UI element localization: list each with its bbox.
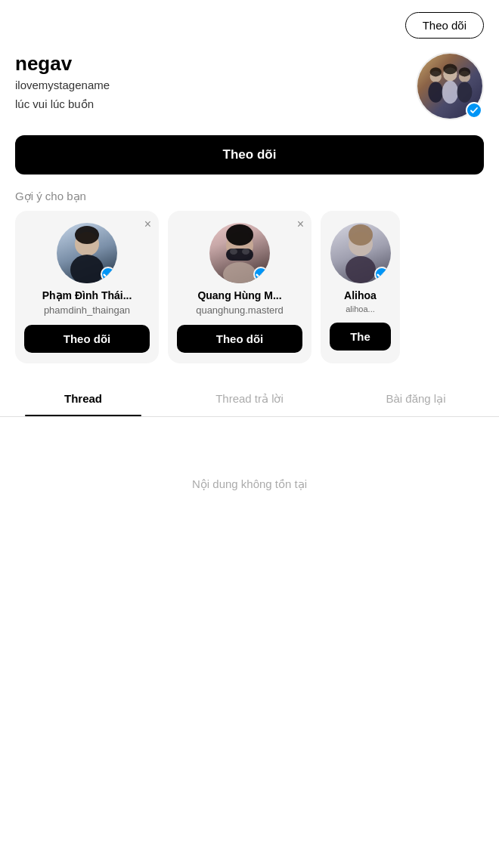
svg-point-20 xyxy=(346,256,376,283)
svg-point-3 xyxy=(442,80,457,103)
svg-rect-14 xyxy=(226,249,253,261)
profile-handle: ilovemystagename xyxy=(15,79,404,91)
svg-point-5 xyxy=(457,82,472,103)
empty-state: Nội dung không tồn tại xyxy=(0,417,499,551)
empty-state-text: Nội dung không tồn tại xyxy=(192,477,307,490)
suggestion-handle-1: phamdinh_thaingan xyxy=(44,304,130,316)
suggestion-avatar-2 xyxy=(209,223,270,283)
suggestion-card-3: Alihoa alihoa... The xyxy=(321,211,400,363)
suggestion-name-2: Quang Hùng M... xyxy=(197,289,281,301)
follow-top-button[interactable]: Theo dõi xyxy=(405,12,484,39)
suggestion-avatar-3 xyxy=(330,223,391,283)
profile-section: negav ilovemystagename lúc vui lúc buồn xyxy=(0,45,499,120)
suggestions-scroll: × Phạm Đình Thái... phamdinh_thaingan Th… xyxy=(0,211,499,378)
profile-verified-badge xyxy=(466,102,482,119)
tab-repost[interactable]: Bài đăng lại xyxy=(333,381,499,416)
profile-username: negav xyxy=(15,52,404,76)
suggestion-handle-2: quanghung.masterd xyxy=(196,304,284,316)
svg-point-6 xyxy=(429,67,441,76)
suggestion-follow-btn-3[interactable]: The xyxy=(330,323,391,351)
suggestion-follow-btn-1[interactable]: Theo dõi xyxy=(24,325,150,353)
suggestions-label: Gợi ý cho bạn xyxy=(0,175,499,211)
svg-point-10 xyxy=(70,255,104,283)
profile-bio: lúc vui lúc buồn xyxy=(15,97,404,111)
tab-thread-reply[interactable]: Thread trả lời xyxy=(166,381,333,416)
suggestion-avatar-1 xyxy=(57,223,117,283)
suggestion-verified-2 xyxy=(253,267,268,282)
suggestion-handle-3: alihoa... xyxy=(346,304,375,314)
suggestion-name-3: Alihoa xyxy=(344,289,377,301)
suggestion-verified-3 xyxy=(374,267,389,282)
tab-thread[interactable]: Thread xyxy=(0,381,166,416)
suggestion-name-1: Phạm Đình Thái... xyxy=(42,289,132,301)
profile-avatar-wrapper xyxy=(416,52,484,120)
svg-point-13 xyxy=(226,224,253,246)
svg-point-7 xyxy=(458,67,470,76)
svg-point-15 xyxy=(230,249,237,255)
svg-point-16 xyxy=(242,249,250,255)
follow-main-button[interactable]: Theo dõi xyxy=(15,135,484,175)
suggestion-card-1: × Phạm Đình Thái... phamdinh_thaingan Th… xyxy=(15,211,159,363)
top-bar: Theo dõi xyxy=(0,0,499,45)
svg-point-17 xyxy=(223,262,256,283)
svg-point-11 xyxy=(75,226,99,244)
tabs-bar: Thread Thread trả lời Bài đăng lại xyxy=(0,381,499,417)
svg-point-19 xyxy=(349,224,373,246)
close-suggestion-2[interactable]: × xyxy=(297,218,304,230)
suggestion-card-2: × xyxy=(168,211,311,363)
suggestion-follow-btn-2[interactable]: Theo dõi xyxy=(177,325,302,353)
suggestion-verified-1 xyxy=(101,267,116,282)
svg-point-1 xyxy=(428,82,443,103)
close-suggestion-1[interactable]: × xyxy=(144,218,151,230)
profile-info: negav ilovemystagename lúc vui lúc buồn xyxy=(15,52,404,111)
svg-point-8 xyxy=(443,63,457,74)
